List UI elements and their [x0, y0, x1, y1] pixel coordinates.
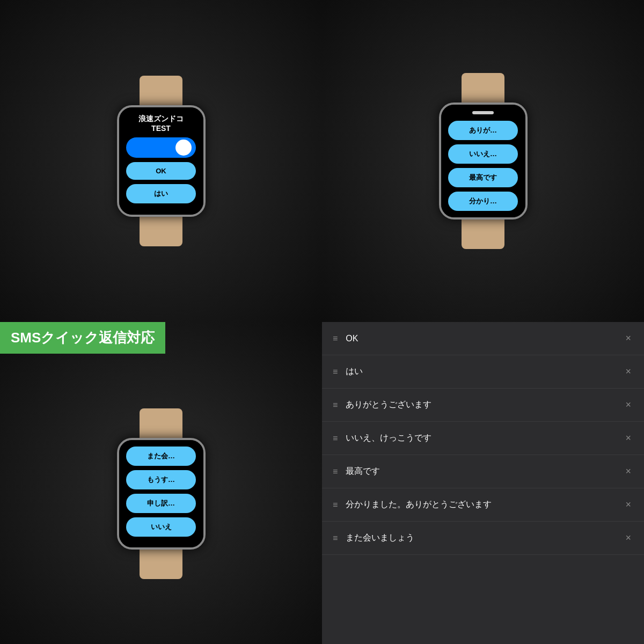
drag-handle-5[interactable]: ≡: [333, 500, 337, 510]
watch-toggle-q1[interactable]: [126, 137, 196, 158]
watch-band-top-q3: [140, 408, 182, 438]
settings-item-3[interactable]: ≡いいえ、けっこうです×: [322, 422, 644, 455]
drag-handle-0[interactable]: ≡: [333, 334, 337, 343]
watch-btn-1-q2[interactable]: ありが…: [448, 121, 518, 140]
scroll-indicator-q2: [472, 111, 494, 114]
quadrant-bottom-left: SMSクイック返信対応 また会… もうす… 申し訳… いいえ: [0, 322, 322, 644]
watch-btn-3-q3[interactable]: 申し訳…: [126, 494, 196, 513]
watch-title-q1: 浪速ズンドコ TEST: [138, 114, 184, 133]
watch-top-right: ありが… いいえ… 最高です 分かり…: [439, 73, 528, 249]
settings-item-text-2: ありがとうございます: [346, 399, 623, 411]
sms-label-banner: SMSクイック返信対応: [0, 322, 165, 354]
watch-side-button-q2: [525, 150, 528, 172]
watch-screen-q2: ありが… いいえ… 最高です 分かり…: [441, 105, 525, 217]
watch-btn-1-q3[interactable]: また会…: [126, 447, 196, 466]
watch-body-q3: また会… もうす… 申し訳… いいえ: [117, 438, 206, 550]
watch-btn-4-q3[interactable]: いいえ: [126, 517, 196, 537]
settings-close-btn-4[interactable]: ×: [623, 464, 633, 479]
settings-item-text-5: 分かりました。ありがとうございます: [346, 499, 623, 510]
watch-btn-2-q3[interactable]: もうす…: [126, 470, 196, 489]
watch-side-button-q1: [203, 150, 206, 172]
watch-band-bottom-q3: [140, 550, 182, 579]
settings-item-text-3: いいえ、けっこうです: [346, 433, 623, 444]
settings-close-btn-3[interactable]: ×: [623, 430, 633, 446]
settings-list: ≡OK×≡はい×≡ありがとうございます×≡いいえ、けっこうです×≡最高です×≡分…: [322, 322, 644, 555]
settings-close-btn-0[interactable]: ×: [623, 331, 633, 346]
sms-label-text: SMSクイック返信対応: [11, 330, 155, 346]
watch-bottom-left: また会… もうす… 申し訳… いいえ: [117, 408, 206, 579]
drag-handle-3[interactable]: ≡: [333, 434, 337, 443]
settings-close-btn-6[interactable]: ×: [623, 530, 633, 546]
watch-side-button-q3: [203, 483, 206, 504]
main-grid: 浪速ズンドコ TEST OK はい: [0, 0, 644, 644]
drag-handle-6[interactable]: ≡: [333, 533, 337, 543]
settings-item-text-6: また会いましょう: [346, 532, 623, 544]
toggle-knob-q1: [175, 140, 192, 156]
watch-screen-q3: また会… もうす… 申し訳… いいえ: [119, 440, 203, 547]
settings-close-btn-1[interactable]: ×: [623, 364, 633, 379]
watch-body-q1: 浪速ズンドコ TEST OK はい: [117, 105, 206, 217]
quadrant-top-right: ありが… いいえ… 最高です 分かり…: [322, 0, 644, 322]
quadrant-bottom-right: ≡OK×≡はい×≡ありがとうございます×≡いいえ、けっこうです×≡最高です×≡分…: [322, 322, 644, 644]
watch-band-bottom-q2: [462, 219, 504, 249]
settings-item-1[interactable]: ≡はい×: [322, 355, 644, 389]
drag-handle-1[interactable]: ≡: [333, 367, 337, 377]
settings-item-5[interactable]: ≡分かりました。ありがとうございます×: [322, 488, 644, 522]
watch-btn-ok-q1[interactable]: OK: [126, 162, 196, 180]
watch-btn-2-q2[interactable]: いいえ…: [448, 144, 518, 164]
watch-top-left: 浪速ズンドコ TEST OK はい: [117, 76, 206, 246]
watch-btn-hai-q1[interactable]: はい: [126, 184, 196, 203]
watch-band-top-q1: [140, 76, 182, 105]
settings-item-text-0: OK: [346, 334, 623, 343]
settings-item-4[interactable]: ≡最高です×: [322, 455, 644, 488]
settings-item-6[interactable]: ≡また会いましょう×: [322, 522, 644, 555]
settings-close-btn-5[interactable]: ×: [623, 497, 633, 513]
quadrant-top-left: 浪速ズンドコ TEST OK はい: [0, 0, 322, 322]
watch-body-q2: ありが… いいえ… 最高です 分かり…: [439, 103, 528, 219]
watch-band-top-q2: [462, 73, 504, 103]
watch-btn-3-q2[interactable]: 最高です: [448, 168, 518, 187]
watch-btn-4-q2[interactable]: 分かり…: [448, 192, 518, 211]
settings-close-btn-2[interactable]: ×: [623, 397, 633, 413]
drag-handle-2[interactable]: ≡: [333, 400, 337, 410]
settings-item-text-4: 最高です: [346, 466, 623, 477]
watch-screen-q1: 浪速ズンドコ TEST OK はい: [119, 107, 203, 215]
drag-handle-4[interactable]: ≡: [333, 467, 337, 477]
watch-band-bottom-q1: [140, 217, 182, 246]
settings-item-2[interactable]: ≡ありがとうございます×: [322, 389, 644, 422]
settings-item-text-1: はい: [346, 366, 623, 377]
settings-item-0[interactable]: ≡OK×: [322, 322, 644, 355]
